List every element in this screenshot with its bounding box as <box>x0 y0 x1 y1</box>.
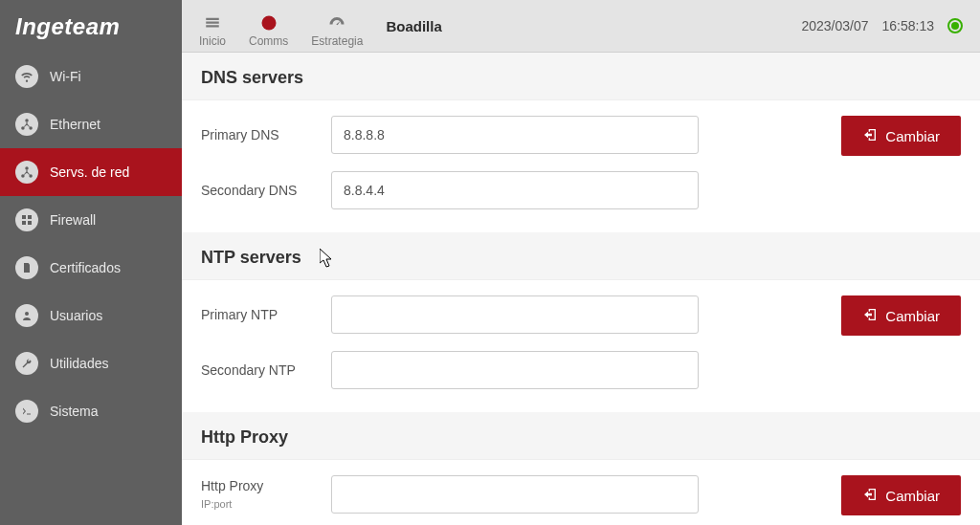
sidebar-item-label: Wi-Fi <box>50 69 81 84</box>
secondary-ntp-input[interactable] <box>331 351 699 389</box>
secondary-ntp-label: Secondary NTP <box>201 361 316 379</box>
date-value: 2023/03/07 <box>801 18 868 33</box>
sidebar-item-label: Certificados <box>50 260 121 275</box>
sidebar-item-label: Usuarios <box>50 308 102 323</box>
svg-point-0 <box>25 119 29 122</box>
time-value: 16:58:13 <box>882 18 935 33</box>
tab-estrategia[interactable]: Estrategia <box>311 13 363 52</box>
enter-icon <box>862 127 878 145</box>
wifi-icon <box>259 13 278 33</box>
sidebar-item-label: Firewall <box>50 212 96 228</box>
svg-rect-12 <box>206 22 219 24</box>
section-body-ntp: Primary NTP Secondary NTP Cambiar <box>182 280 980 412</box>
document-icon <box>15 256 38 279</box>
grid-icon <box>203 13 222 33</box>
primary-ntp-label: Primary NTP <box>201 306 316 323</box>
grid4-icon <box>15 208 38 231</box>
user-icon <box>15 304 38 327</box>
section-body-dns: Primary DNS Secondary DNS Cambiar <box>182 100 980 232</box>
button-label: Cambiar <box>885 488 940 504</box>
terminal-icon <box>15 400 38 423</box>
secondary-dns-label: Secondary DNS <box>201 182 316 199</box>
svg-point-3 <box>25 166 29 170</box>
sidebar-item-label: Utilidades <box>50 356 108 371</box>
section-body-proxy: Http Proxy IP:port Cambiar <box>182 460 980 525</box>
tab-label: Estrategia <box>311 34 363 48</box>
svg-point-10 <box>25 312 29 316</box>
gauge-icon <box>327 13 346 33</box>
svg-point-1 <box>21 126 25 130</box>
dns-change-button[interactable]: Cambiar <box>841 116 961 156</box>
http-proxy-label: Http Proxy IP:port <box>201 477 316 512</box>
sidebar-item-label: Ethernet <box>50 117 100 132</box>
sidebar-item-servs-de-red[interactable]: Servs. de red <box>0 148 182 196</box>
svg-point-2 <box>29 126 33 130</box>
section-title-proxy: Http Proxy <box>182 412 980 460</box>
http-proxy-sublabel: IP:port <box>201 498 232 510</box>
svg-point-4 <box>21 174 25 178</box>
topbar-tabs: Inicio Comms Estrategia <box>199 0 363 52</box>
network-icon <box>15 161 38 184</box>
button-label: Cambiar <box>885 308 940 324</box>
wrench-icon <box>15 352 38 375</box>
sidebar-item-label: Sistema <box>50 404 99 419</box>
sidebar-item-usuarios[interactable]: Usuarios <box>0 292 182 339</box>
main: Inicio Comms Estrategia Boadilla 2023/03… <box>182 0 980 525</box>
datetime: 2023/03/07 16:58:13 <box>801 18 963 33</box>
svg-rect-11 <box>206 18 219 20</box>
button-label: Cambiar <box>885 128 940 144</box>
content: DNS servers Primary DNS Secondary DNS <box>182 53 980 525</box>
wifi-icon <box>15 65 38 88</box>
brand-logo: Ingeteam <box>0 0 182 53</box>
proxy-change-button[interactable]: Cambiar <box>841 475 961 515</box>
sidebar-nav: Wi-Fi Ethernet Servs. de red Firewall <box>0 53 182 435</box>
device-name: Boadilla <box>386 18 441 34</box>
svg-rect-7 <box>28 215 32 219</box>
sidebar-item-sistema[interactable]: Sistema <box>0 387 182 435</box>
section-title-ntp: NTP servers <box>182 232 980 280</box>
primary-dns-label: Primary DNS <box>201 126 316 143</box>
network-icon <box>15 113 38 136</box>
tab-label: Comms <box>249 34 288 48</box>
secondary-dns-input[interactable] <box>331 171 699 209</box>
svg-rect-9 <box>28 221 32 225</box>
primary-dns-input[interactable] <box>331 116 699 154</box>
http-proxy-input[interactable] <box>331 475 699 514</box>
svg-point-14 <box>261 16 276 31</box>
primary-ntp-input[interactable] <box>331 295 699 334</box>
sidebar-item-utilidades[interactable]: Utilidades <box>0 339 182 387</box>
enter-icon <box>862 487 878 505</box>
sidebar-item-wifi[interactable]: Wi-Fi <box>0 53 182 100</box>
sidebar: Ingeteam Wi-Fi Ethernet Servs. de red <box>0 0 182 525</box>
enter-icon <box>862 307 878 325</box>
sidebar-item-label: Servs. de red <box>50 164 129 180</box>
topbar: Inicio Comms Estrategia Boadilla 2023/03… <box>182 0 980 53</box>
section-title-dns: DNS servers <box>182 53 980 100</box>
ntp-change-button[interactable]: Cambiar <box>841 295 961 336</box>
svg-point-5 <box>29 174 33 178</box>
tab-comms[interactable]: Comms <box>249 13 288 52</box>
sidebar-item-ethernet[interactable]: Ethernet <box>0 100 182 148</box>
sidebar-item-certificados[interactable]: Certificados <box>0 244 182 292</box>
tab-inicio[interactable]: Inicio <box>199 13 226 52</box>
tab-label: Inicio <box>199 34 226 48</box>
status-indicator-icon <box>947 18 963 33</box>
sidebar-item-firewall[interactable]: Firewall <box>0 196 182 244</box>
svg-rect-13 <box>206 25 219 27</box>
svg-rect-6 <box>22 215 26 219</box>
svg-rect-8 <box>22 221 26 225</box>
